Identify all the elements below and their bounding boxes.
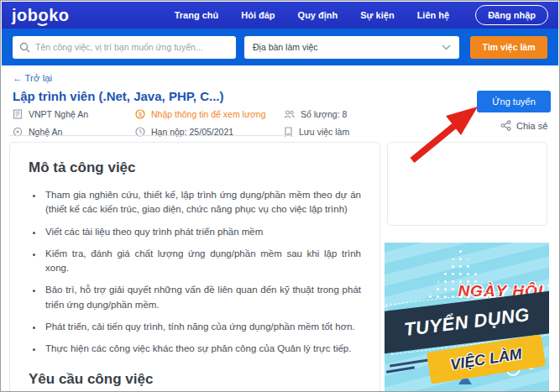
- job-description-card: Mô tả công việc Tham gia nghiên cứu, thi…: [9, 142, 380, 392]
- meta-company: VNPT Nghệ An: [13, 109, 135, 119]
- search-band: Địa bàn làm việc Tìm việc làm: [2, 29, 558, 65]
- meta-save-job[interactable]: Lưu việc làm: [284, 127, 349, 137]
- people-icon: [284, 109, 295, 119]
- logo-smile-icon: [35, 20, 50, 26]
- divider: [9, 135, 291, 136]
- meta-quantity: Số lượng: 8: [284, 109, 347, 119]
- chevron-down-icon: [442, 44, 451, 50]
- nav-item-rules[interactable]: Quy định: [298, 10, 338, 20]
- search-input[interactable]: [35, 42, 229, 52]
- description-item: Viết các tài liệu theo quy trình phát tr…: [44, 225, 361, 239]
- job-title: Lập trình viên (.Net, Java, PHP, C...): [13, 89, 223, 103]
- recruitment-ad-banner[interactable]: NGÀY HỘI TUYỂN DỤNG VIỆC LÀM: [385, 243, 549, 391]
- save-job-label: Lưu việc làm: [299, 127, 349, 137]
- top-navigation-bar: joboko Trang chủ Hỏi đáp Quy định Sự kiệ…: [2, 2, 558, 29]
- share-label: Chia sẻ: [516, 121, 547, 131]
- nav-item-faq[interactable]: Hỏi đáp: [241, 10, 275, 20]
- location-select-value: Địa bàn làm việc: [253, 42, 318, 52]
- description-list: Tham gia nghiên cứu, thiết kế, lập trình…: [29, 188, 361, 356]
- company-name: VNPT Nghệ An: [29, 109, 88, 119]
- salary-icon: $: [135, 109, 145, 119]
- salary-text: Nhập thông tin để xem lương: [151, 109, 266, 119]
- search-icon: [19, 42, 30, 53]
- ad-text-viec-lam: VIỆC LÀM: [449, 345, 523, 374]
- keyword-search-box: [13, 36, 236, 59]
- share-icon: [500, 120, 511, 131]
- quantity-text: Số lượng: 8: [301, 109, 347, 119]
- job-detail-page: joboko Trang chủ Hỏi đáp Quy định Sự kiệ…: [0, 0, 560, 392]
- nav-item-home[interactable]: Trang chủ: [175, 10, 219, 20]
- description-item: Kiểm tra, đánh giá chất lượng ứng dụng/p…: [44, 247, 361, 276]
- share-button[interactable]: Chia sẻ: [500, 120, 547, 131]
- description-heading: Mô tả công việc: [29, 159, 361, 176]
- description-item: Thực hiện các công việc khác theo sự phâ…: [44, 342, 361, 356]
- ad-line-decor: [390, 358, 428, 367]
- apply-button[interactable]: Ứng tuyển: [477, 91, 551, 112]
- find-jobs-button[interactable]: Tìm việc làm: [470, 36, 547, 59]
- ad-text-tuyen-dung: TUYỂN DỤNG: [403, 304, 531, 341]
- ad-line-decor: [386, 366, 415, 373]
- requirements-heading: Yêu cầu công việc: [29, 371, 361, 388]
- description-item: Tham gia nghiên cứu, thiết kế, lập trình…: [44, 188, 361, 217]
- joboko-logo[interactable]: joboko: [12, 6, 70, 25]
- meta-row: VNPT Nghệ An $ Nhập thông tin để xem lươ…: [13, 109, 382, 119]
- nav-item-contact[interactable]: Liên hệ: [417, 10, 450, 20]
- location-select[interactable]: Địa bàn làm việc: [244, 36, 459, 59]
- sidebar-empty-card: [387, 142, 547, 226]
- job-meta: VNPT Nghệ An $ Nhập thông tin để xem lươ…: [13, 109, 382, 144]
- login-button[interactable]: Đăng nhập: [475, 5, 548, 25]
- svg-text:$: $: [139, 111, 143, 118]
- back-arrow-icon: ←: [13, 73, 23, 83]
- description-item: Phát triển, cải tiến quy trình, tính năn…: [44, 320, 361, 334]
- description-item: Bảo trì, hỗ trợ giải quyết những vấn đề …: [44, 283, 361, 312]
- main-nav: Trang chủ Hỏi đáp Quy định Sự kiện Liên …: [175, 5, 548, 25]
- back-label: Trở lại: [25, 73, 53, 83]
- company-icon: [13, 109, 23, 119]
- meta-salary[interactable]: $ Nhập thông tin để xem lương: [135, 109, 284, 119]
- back-link[interactable]: ← Trở lại: [13, 73, 52, 83]
- nav-item-events[interactable]: Sự kiện: [360, 10, 394, 20]
